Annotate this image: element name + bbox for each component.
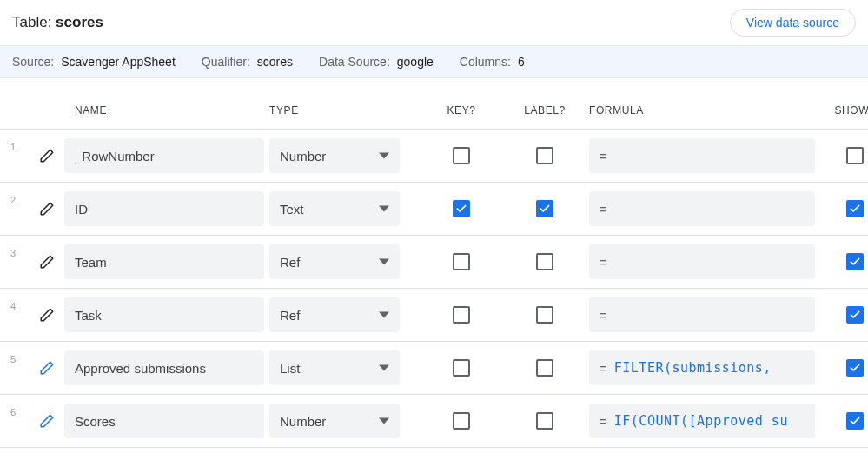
show-checkbox[interactable] [846, 200, 864, 217]
key-checkbox[interactable] [453, 147, 470, 164]
column-type-value: Number [280, 149, 326, 163]
edit-icon[interactable] [35, 413, 59, 429]
column-name-field[interactable]: ID [64, 191, 264, 226]
chevron-down-icon [379, 149, 389, 163]
show-checkbox[interactable] [846, 359, 864, 377]
show-checkbox[interactable] [846, 147, 864, 164]
col-header-name: NAME [64, 104, 264, 117]
column-type-select[interactable]: Ref [269, 244, 400, 279]
formula-expression: FILTER(submissions, [614, 360, 772, 376]
chevron-down-icon [379, 255, 389, 270]
table-row: 3TeamRef= [0, 236, 868, 289]
formula-equals: = [600, 202, 607, 217]
column-name-field[interactable]: Approved submissions [64, 350, 264, 385]
label-checkbox[interactable] [536, 306, 553, 324]
label-checkbox[interactable] [536, 359, 553, 377]
formula-field[interactable]: = [589, 244, 815, 279]
column-type-select[interactable]: Number [269, 404, 400, 438]
table-row: 1_RowNumberNumber= [0, 130, 868, 183]
col-header-show: SHOW? [820, 104, 868, 117]
meta-datasource: Data Source: google [319, 55, 434, 69]
edit-icon[interactable] [35, 254, 59, 270]
meta-columns-value: 6 [518, 55, 525, 69]
edit-icon[interactable] [35, 201, 59, 217]
label-checkbox[interactable] [536, 412, 553, 430]
meta-qualifier-value: scores [257, 55, 293, 69]
edit-icon[interactable] [35, 360, 59, 376]
meta-columns: Columns: 6 [460, 55, 525, 69]
key-checkbox[interactable] [453, 200, 470, 217]
table-row: 5Approved submissionsList=FILTER(submiss… [0, 342, 868, 395]
row-number: 1 [9, 138, 30, 152]
column-name-field[interactable]: Scores [64, 404, 264, 438]
column-type-value: Text [280, 202, 304, 217]
column-type-value: Ref [280, 308, 300, 323]
column-name-value: Task [75, 308, 102, 323]
header-bar: Table: scores View data source [0, 0, 868, 45]
formula-equals: = [600, 149, 607, 163]
meta-bar: Source: Scavenger AppSheet Qualifier: sc… [0, 45, 868, 78]
key-checkbox[interactable] [453, 253, 470, 270]
columns-table: NAME TYPE KEY? LABEL? FORMULA SHOW? 1_Ro… [0, 78, 868, 448]
column-name-field[interactable]: _RowNumber [64, 138, 264, 173]
column-type-value: Ref [280, 255, 300, 270]
view-data-source-button[interactable]: View data source [730, 9, 856, 37]
column-name-field[interactable]: Task [64, 297, 264, 332]
show-checkbox[interactable] [846, 306, 864, 324]
key-checkbox[interactable] [453, 412, 470, 430]
table-row: 2IDText= [0, 183, 868, 236]
column-type-select[interactable]: Number [269, 138, 400, 173]
formula-field[interactable]: = [589, 138, 815, 173]
meta-source-label: Source: [12, 55, 54, 69]
column-type-select[interactable]: Text [269, 191, 400, 226]
label-checkbox[interactable] [536, 200, 553, 217]
formula-field[interactable]: = [589, 191, 815, 226]
column-name-value: Approved submissions [75, 361, 206, 376]
meta-source-value: Scavenger AppSheet [61, 55, 176, 69]
row-number: 3 [9, 244, 30, 258]
row-number: 6 [9, 404, 30, 417]
label-checkbox[interactable] [536, 253, 553, 270]
key-checkbox[interactable] [453, 306, 470, 324]
column-name-value: Team [75, 255, 107, 270]
column-name-field[interactable]: Team [64, 244, 264, 279]
chevron-down-icon [379, 308, 389, 323]
row-number: 2 [9, 191, 30, 205]
page-title: Table: scores [12, 14, 103, 31]
formula-field[interactable]: =IF(COUNT([Approved su [589, 404, 815, 438]
label-checkbox[interactable] [536, 147, 553, 164]
meta-columns-label: Columns: [460, 55, 511, 69]
table-row: 6ScoresNumber=IF(COUNT([Approved su [0, 395, 868, 448]
show-checkbox[interactable] [846, 412, 864, 430]
meta-qualifier: Qualifier: scores [202, 55, 293, 69]
key-checkbox[interactable] [453, 359, 470, 377]
title-value: scores [56, 14, 103, 30]
meta-datasource-label: Data Source: [319, 55, 390, 69]
chevron-down-icon [379, 202, 389, 217]
row-number: 5 [9, 350, 30, 364]
chevron-down-icon [379, 414, 389, 429]
formula-equals: = [600, 414, 607, 429]
col-header-key: KEY? [422, 104, 500, 117]
formula-expression: IF(COUNT([Approved su [614, 413, 788, 429]
meta-source: Source: Scavenger AppSheet [12, 55, 176, 69]
column-type-select[interactable]: Ref [269, 297, 400, 332]
table-header-row: NAME TYPE KEY? LABEL? FORMULA SHOW? [0, 78, 868, 130]
formula-field[interactable]: =FILTER(submissions, [589, 350, 815, 385]
column-name-value: Scores [75, 414, 116, 429]
show-checkbox[interactable] [846, 253, 864, 270]
title-label: Table: [12, 14, 51, 30]
meta-datasource-value: google [397, 55, 434, 69]
column-name-value: _RowNumber [75, 149, 155, 163]
column-type-value: List [280, 361, 300, 376]
column-type-select[interactable]: List [269, 350, 400, 385]
edit-icon[interactable] [35, 148, 59, 163]
edit-icon[interactable] [35, 307, 59, 323]
formula-equals: = [600, 308, 607, 323]
formula-field[interactable]: = [589, 297, 815, 332]
column-type-value: Number [280, 414, 326, 429]
col-header-label: LABEL? [506, 104, 584, 117]
col-header-type: TYPE [269, 104, 417, 117]
table-row: 4TaskRef= [0, 289, 868, 342]
row-number: 4 [9, 297, 30, 311]
